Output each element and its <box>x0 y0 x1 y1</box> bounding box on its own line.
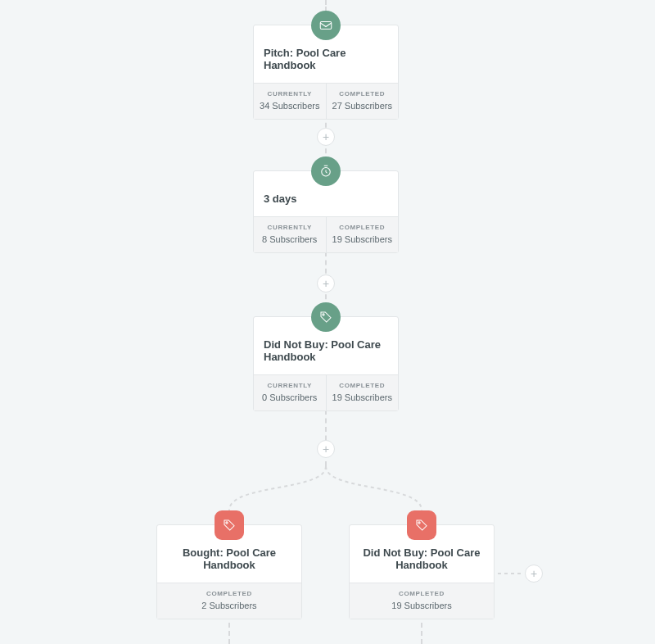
stat-value: 19 Subscribers <box>330 234 395 244</box>
node-stats: COMPLETED 19 Subscribers <box>350 583 494 619</box>
svg-point-4 <box>418 522 420 524</box>
stat-value: 19 Subscribers <box>330 392 395 402</box>
add-step-button[interactable]: + <box>317 274 335 293</box>
add-step-button[interactable]: + <box>317 440 335 458</box>
node-pitch[interactable]: Pitch: Pool Care Handbook CURRENTLY 34 S… <box>253 25 399 120</box>
clock-icon <box>311 156 341 186</box>
stat-label-currently: CURRENTLY <box>257 224 323 231</box>
stat-value: 34 Subscribers <box>257 101 323 111</box>
stat-label-currently: CURRENTLY <box>257 382 323 389</box>
svg-point-3 <box>226 522 228 524</box>
node-dnb1[interactable]: Did Not Buy: Pool Care Handbook CURRENTL… <box>253 316 399 411</box>
stat-label-completed: COMPLETED <box>160 590 298 597</box>
tag-icon <box>311 302 341 332</box>
node-stats: CURRENTLY 0 Subscribers COMPLETED 19 Sub… <box>254 374 398 410</box>
add-step-button[interactable]: + <box>317 128 335 146</box>
svg-point-2 <box>323 314 324 315</box>
stat-value: 8 Subscribers <box>257 234 323 244</box>
stat-label-completed: COMPLETED <box>330 224 395 231</box>
stat-label-completed: COMPLETED <box>330 90 395 98</box>
stat-label-completed: COMPLETED <box>330 382 395 389</box>
tag-icon <box>215 510 244 540</box>
stat-value: 2 Subscribers <box>160 601 298 610</box>
node-stats: CURRENTLY 8 Subscribers COMPLETED 19 Sub… <box>254 216 398 252</box>
node-stats: CURRENTLY 34 Subscribers COMPLETED 27 Su… <box>254 83 398 119</box>
mail-icon <box>311 11 341 40</box>
stat-value: 27 Subscribers <box>330 101 395 111</box>
stat-value: 0 Subscribers <box>257 392 323 402</box>
stat-label-completed: COMPLETED <box>353 590 490 597</box>
stat-label-currently: CURRENTLY <box>257 90 323 98</box>
svg-rect-0 <box>320 22 332 29</box>
node-bought[interactable]: Bought: Pool Care Handbook COMPLETED 2 S… <box>156 524 302 619</box>
add-branch-button[interactable]: + <box>525 565 543 583</box>
node-dnb2[interactable]: Did Not Buy: Pool Care Handbook COMPLETE… <box>349 524 495 619</box>
connector-line <box>421 623 422 644</box>
tag-icon <box>407 510 436 540</box>
connector-line <box>228 623 230 644</box>
node-stats: COMPLETED 2 Subscribers <box>157 583 301 619</box>
node-wait[interactable]: 3 days CURRENTLY 8 Subscribers COMPLETED… <box>253 170 399 253</box>
stat-value: 19 Subscribers <box>353 601 490 610</box>
